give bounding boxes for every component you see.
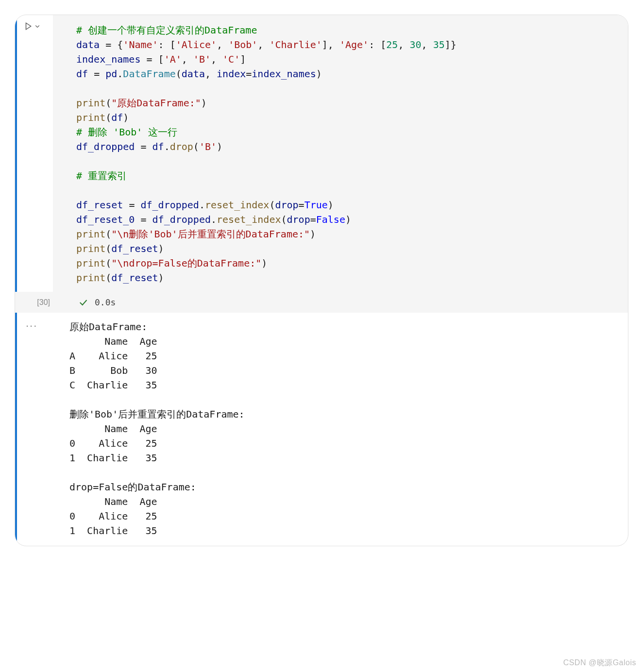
execution-count: [30] [15, 298, 53, 307]
code-editor[interactable]: # 创建一个带有自定义索引的DataFrame data = {'Name': … [53, 15, 628, 292]
output-focus-indicator [15, 313, 17, 546]
code-content: # 创建一个带有自定义索引的DataFrame data = {'Name': … [76, 23, 618, 285]
execution-time: 0.0s [95, 296, 116, 309]
output-ellipsis-icon[interactable]: ··· [26, 319, 37, 332]
check-icon [78, 298, 88, 307]
notebook-cell: # 创建一个带有自定义索引的DataFrame data = {'Name': … [15, 15, 628, 546]
chevron-down-icon [34, 23, 40, 29]
run-cell-button[interactable] [24, 22, 40, 31]
output-section: ··· 原始DataFrame: Name Age A Alice 25 B B… [15, 313, 628, 546]
play-icon [24, 22, 33, 31]
code-cell: # 创建一个带有自定义索引的DataFrame data = {'Name': … [15, 15, 628, 292]
cell-focus-indicator [15, 15, 17, 292]
cell-gutter [15, 15, 53, 292]
output-text: 原始DataFrame: Name Age A Alice 25 B Bob 3… [55, 313, 628, 546]
execution-status-row: [30] 0.0s [15, 292, 628, 313]
output-gutter[interactable]: ··· [17, 313, 55, 546]
